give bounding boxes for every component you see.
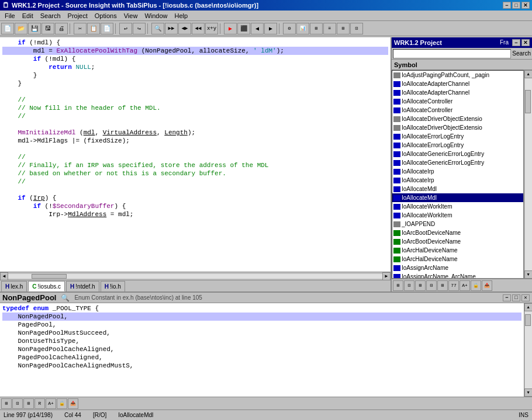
rv-scroll-down[interactable]: ▼ (524, 270, 533, 279)
tb-save2[interactable]: 🖫 (42, 23, 54, 34)
symbol-item[interactable]: IoAllocateController (392, 106, 523, 114)
bottom-minimize[interactable]: − (503, 294, 511, 301)
close-button[interactable]: ✕ (521, 2, 530, 9)
symbol-item[interactable]: IoAdjustPagingPathCount, _pagin (392, 71, 523, 79)
symbol-item[interactable]: IoAllocateGenericErrorLogEntry (392, 158, 523, 167)
panel-minimize[interactable]: − (512, 39, 520, 46)
tb-nav2[interactable]: ▶ (264, 23, 277, 34)
tb-nav1[interactable]: ◀ (251, 23, 264, 34)
bt-b5[interactable]: A+ (46, 398, 56, 409)
tb-b3[interactable]: ◀◀ (192, 23, 205, 34)
rv-scroll-up[interactable]: ▲ (524, 70, 533, 78)
tab-iosubs-c[interactable]: C!iosubs.c (28, 281, 65, 291)
symbol-item[interactable]: IoAllocateAdapterChannel (392, 88, 523, 97)
rt-b4[interactable]: ⊟ (426, 280, 437, 291)
search-input[interactable] (393, 49, 511, 58)
menu-file[interactable]: File (1, 12, 19, 20)
rt-b5[interactable]: ⊞ (437, 280, 448, 291)
tb-extra6[interactable]: ⊡ (350, 23, 363, 34)
tb-extra5[interactable]: ⊞ (337, 23, 350, 34)
tb-save[interactable]: 💾 (28, 23, 41, 34)
bt-b6[interactable]: 🔒 (57, 398, 67, 409)
menu-help[interactable]: Help (171, 12, 192, 20)
bv-scroll-down[interactable]: ▼ (524, 388, 533, 397)
menu-view[interactable]: View (120, 12, 141, 20)
rt-b7[interactable]: A+ (460, 280, 470, 291)
symbol-item[interactable]: IoAssignArcName (392, 263, 523, 272)
rt-b2[interactable]: ⊡ (404, 280, 414, 291)
tab-lex-h[interactable]: Hlex.h (1, 281, 27, 291)
menu-search[interactable]: Search (37, 12, 64, 20)
symbol-item[interactable]: IoAllocateAdapterChannel (392, 79, 523, 88)
symbol-item[interactable]: IoAllocateDriverObjectExtensio (392, 114, 523, 123)
hscroll-left[interactable]: ◀ (0, 272, 8, 280)
bt-b2[interactable]: ⊡ (12, 398, 23, 409)
tb-cut[interactable]: ✂ (74, 23, 87, 34)
tb-new[interactable]: 📄 (1, 23, 14, 34)
tb-extra4[interactable]: ≡ (323, 23, 336, 34)
hscroll-track[interactable] (8, 274, 382, 279)
hscroll-thumb[interactable] (32, 274, 67, 279)
tb-xy[interactable]: x+y (205, 23, 218, 34)
symbol-item[interactable]: IoArcHalDeviceName (392, 255, 523, 263)
symbol-item[interactable]: IoAllocateDriverObjectExtensio (392, 123, 523, 132)
tab-io-h[interactable]: H!io.h (101, 281, 125, 291)
symbol-item[interactable]: _IOAPPEND (392, 220, 523, 228)
tb-copy[interactable]: 📋 (87, 23, 100, 34)
symbol-item[interactable]: IoAllocateWorkItem (392, 211, 523, 220)
symbol-item[interactable]: IoAssignArcName, ArcName (392, 272, 523, 279)
bottom-close[interactable]: ✕ (521, 294, 530, 301)
tb-redo[interactable]: ↪ (133, 23, 146, 34)
bt-b1[interactable]: ⊞ (1, 398, 12, 409)
symbol-item[interactable]: IoArcHalDeviceName (392, 246, 523, 255)
bv-scroll-track[interactable] (525, 311, 532, 388)
symbol-item[interactable]: IoAllocateIrp (392, 176, 523, 185)
panel-close[interactable]: ✕ (521, 39, 530, 46)
rt-b8[interactable]: 🔒 (471, 280, 481, 291)
symbol-item[interactable]: IoAllocateGenericErrorLogEntry (392, 150, 523, 158)
minimize-button[interactable]: − (503, 2, 511, 9)
menu-window[interactable]: Window (141, 12, 171, 20)
bottom-maximize[interactable]: □ (512, 294, 520, 301)
menu-project[interactable]: Project (64, 12, 91, 20)
tb-print[interactable]: 🖨 (55, 23, 68, 34)
tb-b1[interactable]: ▶▶ (165, 23, 178, 34)
bv-scroll-up[interactable]: ▲ (524, 303, 533, 311)
bv-scroll-thumb[interactable] (525, 314, 531, 326)
symbol-item[interactable]: IoAllocateIrp (392, 167, 523, 176)
tb-extra3[interactable]: ⊞ (310, 23, 323, 34)
symbol-item[interactable]: IoAllocateMdl (392, 185, 523, 193)
rt-b9[interactable]: 📤 (482, 280, 492, 291)
rt-b6[interactable]: 77 (448, 280, 459, 291)
tb-open[interactable]: 📂 (15, 23, 27, 34)
bottom-code[interactable]: typedef enum _POOL_TYPE { NonPagedPool, … (0, 303, 524, 397)
symbol-item[interactable]: IoAllocateController (392, 97, 523, 106)
bt-b3[interactable]: ⊞ (23, 398, 34, 409)
symbol-item[interactable]: IoAllocateErrorLogEntry (392, 141, 523, 150)
bt-b7[interactable]: 📤 (68, 398, 78, 409)
rv-scroll-thumb[interactable] (525, 90, 531, 113)
symbol-item[interactable]: IoAllocateErrorLogEntry (392, 132, 523, 141)
hscroll-right[interactable]: ▶ (382, 272, 391, 280)
tb-b2[interactable]: ◀▶ (178, 23, 191, 34)
tab-ntdef-h[interactable]: H!ntdef.h (66, 281, 99, 291)
menu-edit[interactable]: Edit (19, 12, 37, 20)
code-area[interactable]: if (!mdl) { mdl = ExAllocatePoolWithTag … (0, 37, 391, 272)
symbol-item[interactable]: IoArcBootDeviceName (392, 237, 523, 246)
symbol-item[interactable]: IoArcBootDeviceName (392, 228, 523, 237)
maximize-button[interactable]: □ (512, 2, 520, 9)
tb-extra1[interactable]: ⚙ (283, 23, 296, 34)
tb-paste[interactable]: 📄 (101, 23, 113, 34)
menu-options[interactable]: Options (91, 12, 120, 20)
tb-undo[interactable]: ↩ (119, 23, 132, 34)
rt-b1[interactable]: ⊞ (393, 280, 403, 291)
rt-b3[interactable]: ⊞ (415, 280, 426, 291)
bt-b4[interactable]: R (34, 398, 45, 409)
symbol-item[interactable]: IoAllocateWorkItem (392, 202, 523, 211)
tb-run1[interactable]: ▶ (224, 23, 237, 34)
symbol-item[interactable]: IoAllocateMdl (392, 193, 523, 202)
tb-extra2[interactable]: 📊 (296, 23, 309, 34)
rv-scroll-track[interactable] (525, 78, 532, 270)
tb-run2[interactable]: ⬛ (237, 23, 250, 34)
tb-search[interactable]: 🔍 (151, 23, 164, 34)
